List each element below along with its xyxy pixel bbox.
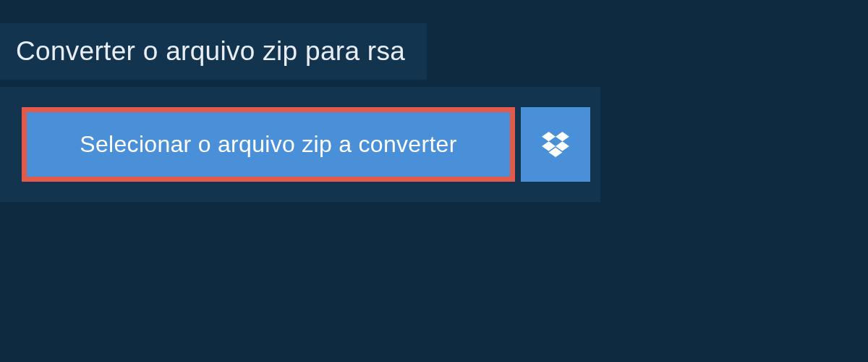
page-header: Converter o arquivo zip para rsa <box>0 23 427 80</box>
dropbox-button[interactable] <box>521 107 590 182</box>
svg-marker-0 <box>542 132 556 141</box>
page-title: Converter o arquivo zip para rsa <box>16 36 405 67</box>
upload-panel: Selecionar o arquivo zip a converter <box>0 87 600 202</box>
svg-marker-1 <box>556 132 569 141</box>
dropbox-icon <box>542 132 569 158</box>
button-row: Selecionar o arquivo zip a converter <box>22 107 579 182</box>
select-file-button[interactable]: Selecionar o arquivo zip a converter <box>22 107 515 182</box>
